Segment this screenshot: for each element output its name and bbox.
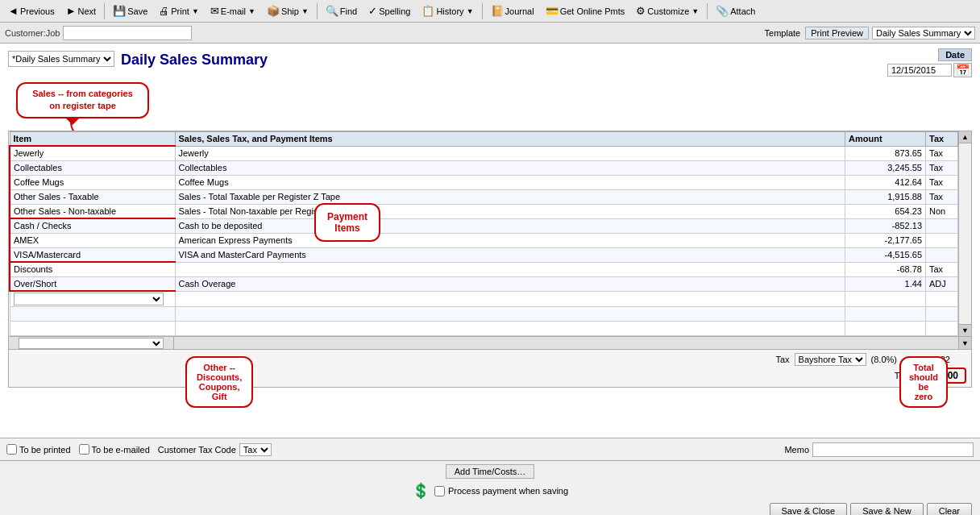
find-button[interactable]: 🔍 Find — [321, 2, 362, 19]
quickbooks-logo-icon: 💲 — [412, 482, 430, 500]
save-new-button[interactable]: Save & New — [850, 503, 924, 515]
template-label: Template — [765, 28, 801, 38]
tax-cell — [926, 218, 958, 233]
journal-button[interactable]: 📔 Journal — [486, 2, 539, 19]
table-row: Cash / Checks Cash to be deposited -852.… — [10, 218, 958, 233]
total-amount: 0.00 — [918, 368, 966, 384]
ship-arrow: ▼ — [301, 7, 309, 15]
form-title: Daily Sales Summary — [121, 52, 268, 69]
item-cell-dropdown — [10, 291, 175, 307]
clear-button[interactable]: Clear — [927, 503, 972, 515]
table-row: VISA/Mastercard VISA and MasterCard Paym… — [10, 247, 958, 262]
template-dropdown[interactable]: Daily Sales Summary — [872, 27, 975, 39]
to-be-emailed-checkbox[interactable] — [79, 444, 89, 455]
save-buttons-row: Save & Close Save & New Clear — [5, 503, 975, 515]
tax-cell: Tax — [926, 146, 958, 160]
print-icon: 🖨 — [159, 5, 169, 17]
tax-rate: (8.0%) — [871, 355, 897, 364]
vertical-scrollbar[interactable]: ▲ ▼ — [958, 131, 971, 336]
separator3 — [482, 3, 483, 19]
email-button[interactable]: ✉ E-mail ▼ — [206, 2, 260, 19]
horizontal-scroll-track[interactable] — [174, 337, 958, 349]
ship-icon: 📦 — [267, 5, 280, 17]
scroll-right-arrow[interactable]: ▼ — [958, 337, 971, 349]
print-button[interactable]: 🖨 Print ▼ — [154, 2, 204, 19]
template-area: Template Print Preview Daily Sales Summa… — [765, 27, 975, 39]
find-icon: 🔍 — [326, 5, 338, 17]
horizontal-scrollbar-row: ▼ — [8, 337, 972, 350]
total-row: Total 0.00 — [14, 368, 966, 384]
email-icon: ✉ — [210, 5, 219, 17]
col-header-desc: Sales, Sales Tax, and Payment Items — [175, 132, 845, 147]
to-be-printed-checkbox[interactable] — [6, 444, 17, 455]
tax-cell — [926, 233, 958, 247]
amount-cell: -68.78 — [845, 262, 926, 276]
main-content: *Daily Sales Summary Daily Sales Summary… — [0, 44, 980, 438]
table-row: Coffee Mugs Coffee Mugs 412.64 Tax — [10, 175, 958, 189]
to-be-printed-label[interactable]: To be printed — [6, 444, 71, 455]
memo-input[interactable] — [812, 442, 974, 457]
desc-cell-empty — [175, 291, 845, 307]
attach-button[interactable]: 📎 Attach — [711, 2, 760, 19]
print-arrow: ▼ — [192, 7, 199, 15]
item-cell: Discounts — [10, 262, 175, 276]
item-bottom-dropdown[interactable] — [19, 338, 164, 349]
customize-arrow: ▼ — [691, 7, 699, 15]
date-input[interactable] — [887, 64, 952, 77]
print-preview-button[interactable]: Print Preview — [805, 27, 869, 39]
save-close-button[interactable]: Save & Close — [770, 503, 848, 515]
add-time-costs-button[interactable]: Add Time/Costs… — [446, 464, 535, 479]
col-header-item: Item — [10, 132, 175, 147]
actions-area: Add Time/Costs… 💲 Process payment when s… — [0, 460, 980, 515]
form-dropdown[interactable]: *Daily Sales Summary — [8, 51, 114, 67]
desc-cell: Coffee Mugs — [175, 175, 845, 189]
bottom-strip: To be printed To be e-mailed Customer Ta… — [0, 438, 980, 460]
get-online-pmts-button[interactable]: 💳 Get Online Pmts — [541, 2, 630, 19]
calendar-icon[interactable]: 📅 — [953, 63, 972, 77]
process-payment-row: 💲 Process payment when saving — [5, 482, 975, 500]
table-row-empty — [10, 307, 958, 322]
col-header-tax: Tax — [926, 132, 958, 147]
tax-cell: Tax — [926, 175, 958, 189]
item-dropdown[interactable] — [14, 293, 164, 305]
tax-cell-empty — [926, 291, 958, 307]
item-cell: Collectables — [10, 160, 175, 175]
separator4 — [707, 3, 708, 19]
form-header: *Daily Sales Summary Daily Sales Summary… — [8, 48, 972, 77]
attach-icon: 📎 — [716, 5, 729, 17]
scroll-up-arrow[interactable]: ▲ — [959, 131, 971, 143]
customer-label: Customer:Job — [5, 28, 60, 38]
to-be-emailed-label[interactable]: To be e-mailed — [79, 444, 150, 455]
amount-cell: 3,245.55 — [845, 160, 926, 175]
history-button[interactable]: 📋 History ▼ — [417, 2, 478, 19]
spelling-button[interactable]: ✓ Spelling — [363, 2, 415, 19]
item-cell: VISA/Mastercard — [10, 247, 175, 262]
previous-button[interactable]: ◄ Previous — [3, 2, 60, 19]
process-payment-label[interactable]: Process payment when saving — [434, 486, 568, 496]
toolbar: ◄ Previous ► Next 💾 Save 🖨 Print ▼ ✉ E-m… — [0, 0, 980, 23]
ship-button[interactable]: 📦 Ship ▼ — [262, 2, 314, 19]
tax-total-section: Tax Bayshore Tax (8.0%) 510.82 Total 0.0… — [8, 350, 972, 388]
table-row: Jewerly Jewerly 873.65 Tax — [10, 146, 958, 160]
customize-icon: ⚙ — [636, 5, 646, 17]
tax-code-dropdown[interactable]: Tax — [239, 443, 272, 456]
table-row: Collectables Collectables 3,245.55 Tax — [10, 160, 958, 175]
table-row-dropdown — [10, 291, 958, 307]
process-payment-checkbox[interactable] — [434, 486, 445, 496]
tax-dropdown[interactable]: Bayshore Tax — [795, 353, 866, 366]
tax-cell: Non — [926, 204, 958, 218]
next-button[interactable]: ► Next — [61, 2, 102, 19]
amount-cell: -4,515.65 — [845, 247, 926, 262]
customer-input[interactable] — [63, 26, 192, 40]
add-time-row: Add Time/Costs… — [5, 464, 975, 479]
customize-button[interactable]: ⚙ Customize ▼ — [631, 2, 704, 19]
desc-cell — [175, 262, 845, 276]
journal-icon: 📔 — [491, 5, 504, 17]
previous-icon: ◄ — [8, 5, 19, 17]
tax-cell: ADJ — [926, 276, 958, 291]
save-button[interactable]: 💾 Save — [108, 2, 152, 19]
tax-row-label: Tax — [775, 355, 789, 364]
item-cell: Coffee Mugs — [10, 175, 175, 189]
table-row: Discounts -68.78 Tax — [10, 262, 958, 276]
scroll-down-arrow[interactable]: ▼ — [959, 324, 971, 336]
